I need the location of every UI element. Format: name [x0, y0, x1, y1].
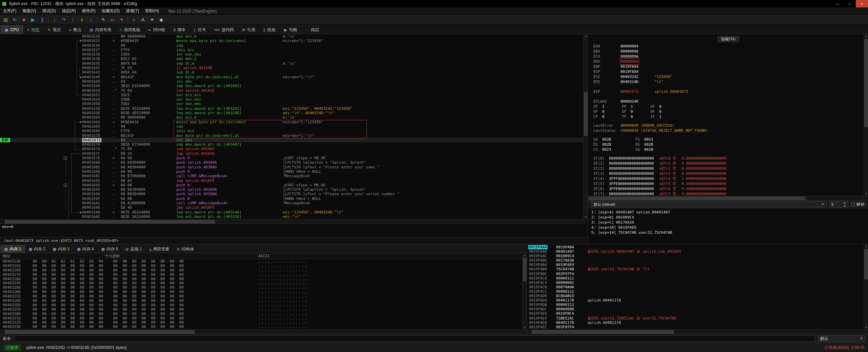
register-row[interactable]: EBX00000006 [593, 49, 863, 54]
dump-row[interactable]: 004032ED00 00 00 00 00 00 00 00 00 00 00… [0, 303, 527, 307]
scrollbar-thumb[interactable] [589, 196, 806, 200]
scrollbar-thumb[interactable] [5, 330, 195, 334]
pause-icon[interactable]: ∥ [38, 16, 47, 24]
tab-breakpoints[interactable]: ●断点 [65, 25, 85, 34]
dump-row[interactable]: 004032CD00 00 00 00 00 00 00 00 00 00 00… [0, 294, 527, 298]
disasm-row[interactable]: 00401658.8D35 42324000lea esi,dword ptr … [0, 106, 588, 111]
dump-row[interactable]: 0040330D00 00 00 00 00 00 00 00 00 00 00… [0, 312, 527, 316]
command-input[interactable] [15, 335, 815, 342]
disasm-row[interactable]: 0040167C.EB 2Ajmp splish.4016A8 [0, 151, 588, 156]
scrollbar-thumb[interactable] [5, 220, 215, 224]
disasm-row[interactable]: 00401636.99cdq [0, 43, 588, 48]
disasm-row[interactable]: 00401643.80EA 0Asub dl,A [0, 70, 588, 75]
dump-row[interactable]: 0040326D00 00 00 00 00 00 00 00 00 00 00… [0, 268, 527, 272]
disasm-row[interactable]: 00401669>0FBE041Emovsx eax,byte ptr ds:[… [0, 120, 588, 124]
disasm-row[interactable]: 00401695.68 0A304000push splish.40300A│L… [0, 187, 588, 192]
stack-row[interactable]: 0019FAA40019FAB4 [527, 245, 868, 249]
open-file-icon[interactable]: ▤ [1, 16, 10, 24]
disasm-row[interactable]: 00401680.68 0A304000push splish.40300A│L… [0, 160, 588, 165]
disasm-row[interactable]: 004016A1.E8 A2000000call <JMP.&MessageBo… [0, 201, 588, 205]
disasm-row[interactable]: 0040166E.F7F9idiv ecx [0, 129, 588, 133]
disasm-row[interactable]: 0040165E.8D3D 4D324000lea edi,dword ptr … [0, 111, 588, 115]
argument-row[interactable]: 4: [esp+10] 0019FAE0 [591, 225, 868, 230]
stack-row[interactable]: 0019FAB40019FAE0 [527, 263, 868, 267]
register-row[interactable]: EBP0019FAA4 [593, 64, 863, 69]
tab-memory-map[interactable]: ▤内存布局 [85, 25, 115, 34]
flags-row[interactable]: ZF1PF1AF0 [593, 104, 863, 109]
tab-log[interactable]: ≡日志 [23, 25, 43, 34]
tab-source[interactable]: </>源代码 [210, 25, 238, 34]
disasm-row[interactable]: 00401685.68 A0304000push splish.4030A0│L… [0, 165, 588, 169]
segment-row[interactable]: ES002BDS002B [593, 142, 863, 147]
scroll-up-icon[interactable]: ▲ [522, 253, 527, 257]
disasm-row[interactable]: 00401652.33C9xor ecx,ecx [0, 93, 588, 97]
flags-row[interactable]: CF0TF0IF1 [593, 114, 863, 119]
flags-row[interactable]: OF0SF0DF0 [593, 109, 863, 114]
menu-item[interactable]: 收藏夹(O) [99, 7, 123, 15]
menu-item[interactable]: 插件(P) [79, 7, 99, 15]
menu-item[interactable]: 帮助(H) [142, 7, 162, 15]
disasm-row[interactable]: 0040166D.99cdq [0, 124, 588, 129]
disasm-row[interactable]: 00401654.33DBxor ebx,ebx [0, 97, 588, 102]
dump-row[interactable]: 0040331D00 00 00 00 00 00 00 00 00 00 00… [0, 316, 527, 320]
stack-rows[interactable]: 0019FAA40019FAB40019FAA800401407返回到 spli… [527, 244, 868, 329]
breakpoint-icon[interactable]: ϟ [117, 16, 126, 24]
disasm-row[interactable]: 0040164A.3B1D 63344000cmp ebx,dword ptr … [0, 84, 588, 88]
disasm-row[interactable]: 0040163E.80FA 0Acmp dl,AA:'\n' [0, 61, 588, 66]
disasm-row[interactable]: 0040167A.^75 EDjne splish.401669 [0, 147, 588, 151]
stack-row[interactable]: 0019FAD400401178splish.00401178 [527, 298, 868, 303]
stack-row[interactable]: 0019FACC00000111 [527, 289, 868, 294]
stack-row[interactable]: 0019FAB000170A3A [527, 258, 868, 263]
fpu-register-row[interactable]: ST(5)3FFE8000000000000000x87r5 空0.500000… [593, 181, 863, 186]
argument-row[interactable]: 3: [esp+C] 00170A3A [591, 220, 868, 225]
tab-handles[interactable]: ◉句柄 [279, 25, 301, 34]
unlock-checkbox-group[interactable]: 解锁 [851, 202, 865, 207]
registers-view[interactable]: 隐藏FPU EAX00000004EBX00000006ECX0000000AE… [588, 34, 868, 196]
tab-symbols[interactable]: ƒ符号 [190, 25, 210, 34]
register-row[interactable]: ESI00403242"123456" [593, 74, 863, 79]
fpu-register-row[interactable]: ST(7)00000000000000000000x87r7 空0.000000… [593, 191, 863, 196]
tab-threads[interactable]: ∥线程 [259, 25, 280, 34]
dump-row[interactable]: 0040328D00 00 00 00 00 00 00 00 00 00 00… [0, 277, 527, 281]
stack-row[interactable]: 0019FAE475BE52AC返回到 user32.75BE52AC 自 us… [527, 316, 868, 320]
stack-row[interactable]: 0019FAC400000002 [527, 281, 868, 285]
disasm-row[interactable]: 0040169F.6A 00push 0│HWND hWnd = NULL [0, 196, 588, 201]
menu-item[interactable]: 文件(F) [0, 7, 19, 15]
dump-row[interactable]: 0040329D00 00 00 00 00 00 00 00 00 00 00… [0, 281, 527, 285]
stack-row[interactable]: 0019FAC000000111 [527, 276, 868, 281]
tab-seh[interactable]: ∞SEH链 [144, 25, 170, 34]
dump-row[interactable]: 0040324D09 00 01 02 01 02 03 04 00 00 00… [0, 259, 527, 264]
register-row[interactable]: EDI0040324D"\t" [593, 79, 863, 84]
register-row[interactable]: EAX00000004 [593, 44, 863, 49]
stack-row[interactable]: 0019FAD0DCBAABCD [527, 294, 868, 298]
dump-row[interactable]: 004032DD00 00 00 00 00 00 00 00 00 00 00… [0, 298, 527, 303]
scrollbar-thumb[interactable] [532, 330, 674, 334]
disasm-row[interactable]: 00401674.3B1D 67344000cmp ebx,dword ptr … [0, 142, 588, 147]
minimize-button[interactable]: — [831, 0, 844, 7]
dump-row[interactable]: 0040333D00 00 00 00 00 00 00 00 00 00 00… [0, 325, 527, 329]
scrollbar-thumb[interactable] [864, 39, 868, 127]
segment-row[interactable]: CS0023SS002B [593, 147, 863, 152]
disasm-row[interactable]: 00401637.F7F9idiv ecx [0, 48, 588, 52]
disasm-row[interactable]: 00401646>88141Fmov byte ptr ds:[edi+ebx]… [0, 75, 588, 79]
segment-row[interactable]: GS002BFS0053 [593, 137, 863, 142]
disasm-row[interactable]: 00401670.88141Fmov byte ptr ds:[edi+ebx]… [0, 133, 588, 138]
disasm-row[interactable]: 00401650.^75 E0jne splish.401632 [0, 88, 588, 93]
register-row[interactable]: ECX0000000A [593, 54, 863, 59]
hide-fpu-button[interactable]: 隐藏FPU [717, 36, 739, 42]
disasm-row[interactable]: 00401632>0FBE041Emovsx eax,byte ptr ds:[… [0, 39, 588, 43]
execute-till-return-icon[interactable]: ↑ [68, 16, 77, 24]
disasm-row[interactable]: 0040169A.68 B8304000push splish.4030B8│L… [0, 192, 588, 196]
run-to-user-code-icon[interactable]: ⇓ [77, 16, 86, 24]
scroll-up-icon[interactable]: ▲ [864, 244, 868, 248]
stack-row[interactable]: 0019FADC00000000 [527, 307, 868, 311]
fpu-register-row[interactable]: ST(4)3FFF8000000000000000x87r4 空1.000000… [593, 176, 863, 181]
stop-icon[interactable]: ■ [19, 16, 28, 24]
step-into-icon[interactable]: ↓ [50, 16, 59, 24]
scroll-down-icon[interactable]: ▼ [584, 215, 588, 219]
tab-watch1[interactable]: ◎监视 1 [122, 245, 146, 253]
stack-row[interactable]: 0019FAB875C047AB返回到 user32.75C047AB 自 ??… [527, 267, 868, 271]
scroll-down-icon[interactable]: ▼ [864, 192, 868, 196]
fpu-register-row[interactable]: ST(1)00000000000000000000x87r1 空0.000000… [593, 161, 863, 166]
disasm-row[interactable]: 0040168C.E8 B7000000call <JMP.&MessageBo… [0, 174, 588, 178]
